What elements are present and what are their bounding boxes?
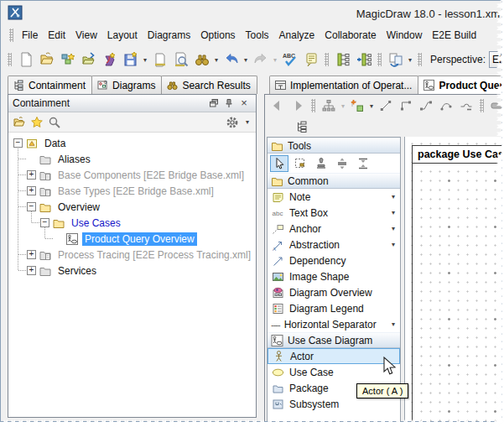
display-related-dropdown[interactable]: ▾: [367, 102, 376, 110]
menu-diagrams[interactable]: Diagrams: [143, 27, 195, 44]
new-project-button[interactable]: [57, 49, 78, 70]
vertical-expand-tool-button[interactable]: [333, 155, 351, 172]
tree-item-use-cases[interactable]: − Use Cases: [8, 215, 256, 231]
toolbar-grip[interactable]: [8, 53, 12, 66]
transform-dropdown[interactable]: ▾: [406, 56, 414, 64]
collapse-expander[interactable]: −: [40, 218, 49, 227]
separator-dropdown[interactable]: ▾: [389, 320, 397, 328]
package-frame[interactable]: package Use Cas: [412, 145, 502, 422]
toolbar-grip[interactable]: [418, 53, 422, 66]
favorites-star-icon[interactable]: [30, 116, 44, 129]
palette-section-common[interactable]: Common: [268, 173, 400, 189]
toolbar-grip[interactable]: [480, 99, 484, 112]
settings-dropdown[interactable]: ▾: [243, 118, 252, 126]
text-box-dropdown[interactable]: ▾: [389, 209, 397, 216]
palette-item-diagram-legend[interactable]: Diagram Legend: [268, 300, 400, 316]
marquee-select-tool-button[interactable]: [291, 155, 309, 172]
menu-edit[interactable]: Edit: [43, 27, 70, 44]
palette-item-horizontal-separator[interactable]: ---- Horizontal Separator ▾: [268, 316, 400, 332]
collapse-expander[interactable]: −: [13, 138, 23, 148]
toolbar-grip[interactable]: [311, 99, 315, 112]
palette-item-abstraction[interactable]: A Abstraction ▾: [268, 237, 400, 253]
expand-expander[interactable]: +: [27, 170, 36, 180]
tree-item-process-tracing[interactable]: + Process Tracing [E2E Process Tracing.x…: [8, 247, 256, 263]
line-jumps-button[interactable]: [456, 96, 476, 115]
menu-collaborate[interactable]: Collaborate: [320, 27, 381, 44]
print-button[interactable]: [149, 49, 170, 70]
containment-tree-icon[interactable]: [292, 117, 312, 136]
tree-item-data[interactable]: − Data: [8, 135, 256, 151]
model-structure-button[interactable]: [332, 49, 353, 70]
menu-options[interactable]: Options: [195, 27, 240, 44]
menu-analyze[interactable]: Analyze: [274, 27, 320, 44]
find-dropdown[interactable]: ▾: [212, 56, 221, 64]
pin-panel-button[interactable]: [221, 96, 236, 110]
oblique-line-style-button[interactable]: [416, 96, 436, 115]
expand-expander[interactable]: +: [27, 186, 36, 195]
undo-dropdown[interactable]: ▾: [242, 56, 250, 64]
abstraction-dropdown[interactable]: ▾: [389, 241, 397, 248]
forward-button[interactable]: [288, 96, 308, 115]
palette-item-note[interactable]: Note ▾: [268, 189, 400, 205]
layout-hierarchy-button[interactable]: [319, 96, 339, 115]
tab-diagrams[interactable]: 0 Diagrams: [91, 76, 162, 94]
redo-button[interactable]: [250, 49, 271, 70]
tab-implementation-of-operation[interactable]: Implementation of Operat...: [269, 76, 418, 94]
new-file-button[interactable]: [15, 49, 36, 70]
menu-view[interactable]: View: [70, 27, 102, 44]
tab-search-results[interactable]: Search Results: [161, 76, 257, 94]
collapse-expander[interactable]: −: [27, 202, 36, 211]
import-project-button[interactable]: [99, 49, 120, 70]
expand-expander[interactable]: +: [27, 266, 36, 275]
palette-item-text-box[interactable]: abc Text Box ▾: [268, 205, 400, 221]
transform-button[interactable]: [385, 49, 406, 70]
menu-tools[interactable]: Tools: [241, 27, 274, 44]
save-dropdown[interactable]: ▾: [141, 56, 149, 64]
menu-window[interactable]: Window: [382, 27, 428, 44]
toolbar-grip[interactable]: [9, 29, 13, 42]
print-preview-button[interactable]: [170, 49, 191, 70]
open-project-button[interactable]: [78, 49, 99, 70]
straight-line-style-button[interactable]: [376, 96, 396, 115]
tab-containment[interactable]: Containment: [8, 76, 92, 94]
palette-section-use-case-diagram[interactable]: Use Case Diagram: [268, 332, 400, 348]
selection-tool-button[interactable]: [270, 155, 288, 172]
back-button[interactable]: [268, 96, 288, 115]
palette-section-tools[interactable]: Tools: [268, 138, 400, 154]
menu-file[interactable]: File: [17, 27, 43, 44]
diagram-canvas[interactable]: package Use Cas: [404, 137, 502, 422]
anchor-dropdown[interactable]: ▾: [389, 225, 397, 232]
save-button[interactable]: [120, 49, 141, 70]
open-file-button[interactable]: [36, 49, 57, 70]
tab-product-query[interactable]: Product Quer: [418, 76, 502, 94]
palette-item-actor[interactable]: Actor: [268, 348, 400, 364]
note-dropdown[interactable]: ▾: [389, 193, 397, 200]
palette-item-diagram-overview[interactable]: Diagram Overview: [268, 284, 400, 300]
tree-item-overview[interactable]: − Overview: [8, 199, 256, 215]
palette-item-dependency[interactable]: Dependency: [268, 253, 400, 268]
palette-item-anchor[interactable]: Anchor ▾: [268, 221, 400, 237]
toolbar-grip[interactable]: [377, 53, 382, 66]
settings-gear-icon[interactable]: [226, 116, 239, 129]
open-specification-icon[interactable]: [13, 116, 26, 129]
menu-e2e-builder[interactable]: E2E Build: [427, 27, 481, 44]
display-related-elements-button[interactable]: [347, 96, 367, 115]
notification-button[interactable]: [300, 49, 321, 70]
find-button[interactable]: [191, 49, 212, 70]
toolbar-grip[interactable]: [325, 53, 329, 66]
tree-item-product-query-overview[interactable]: Product Query Overview: [8, 231, 256, 247]
rectilinear-line-style-button[interactable]: [396, 96, 416, 115]
search-icon[interactable]: [48, 116, 61, 129]
spelling-button[interactable]: ABC: [279, 49, 300, 70]
menu-layout[interactable]: Layout: [102, 27, 143, 44]
collapse-structure-button[interactable]: [353, 49, 374, 70]
bezier-line-style-button[interactable]: [436, 96, 456, 115]
close-panel-button[interactable]: ×: [236, 96, 252, 110]
tree-item-services[interactable]: + Services: [8, 263, 256, 279]
palette-item-image-shape[interactable]: Image Shape: [268, 268, 400, 284]
tree-item-base-types[interactable]: + Base Types [E2E Bridge Base.xml]: [8, 183, 256, 199]
layout-dropdown[interactable]: ▾: [339, 102, 347, 110]
undo-button[interactable]: [221, 49, 242, 70]
vertical-collapse-tool-button[interactable]: [354, 155, 372, 172]
float-panel-button[interactable]: [206, 96, 221, 110]
